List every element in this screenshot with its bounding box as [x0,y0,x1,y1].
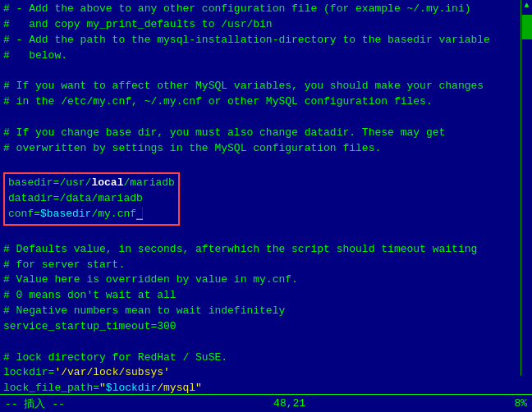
scroll-percentage: 8% [514,397,527,410]
line-12 [3,227,516,242]
editor-mode: -- 插入 -- [5,396,65,411]
datadir-line: datadir=/data/mariadb [8,191,175,207]
scroll-up-arrow[interactable]: ▲ [521,0,533,11]
scroll-thumb[interactable] [522,15,532,39]
line-9: # If you change base dir, you must also … [3,126,516,141]
line-19: # lock directory for RedHat / SuSE. [3,350,516,366]
content-area[interactable]: # - Add the above to any other configura… [0,0,532,394]
scrollbar[interactable]: ▲ [521,0,532,376]
line-15: # Value here is overridden by value in m… [3,272,516,288]
line-1: # - Add the above to any other configura… [3,2,516,17]
basedir-line: basedir=/usr/local/mariadb [8,176,175,191]
line-4: # below. [3,48,516,64]
main-content: # - Add the above to any other configura… [3,2,529,394]
line-6: # If you want to affect other MySQL vari… [3,79,516,94]
line-lockfile: lock_file_path="$lockdir/mysql" [3,381,516,394]
line-service-timeout: service_startup_timeout=300 [3,319,516,335]
line-5 [3,63,516,79]
line-14: # for server start. [3,258,516,273]
conf-line: conf=$basedir/my.cnf█ [8,207,175,222]
highlighted-block: basedir=/usr/local/mariadb datadir=/data… [3,172,180,226]
line-13: # Defaults value, in seconds, afterwhich… [3,242,516,258]
cursor-position: 48,21 [273,397,305,410]
line-18 [3,335,516,350]
line-8 [3,110,516,126]
line-16: # 0 means don't wait at all [3,288,516,304]
line-7: # in the /etc/my.cnf, ~/.my.cnf or other… [3,94,516,110]
line-17: # Negative numbers mean to wait indefini… [3,304,516,319]
editor-container: # - Add the above to any other configura… [0,0,532,412]
line-2: # and copy my_print_defaults to /usr/bin [3,17,516,33]
line-11 [3,156,516,172]
line-10: # overwritten by settings in the MySQL c… [3,141,516,157]
line-lockdir: lockdir='/var/lock/subsys' [3,365,516,381]
status-bar: -- 插入 -- 48,21 8% [0,394,532,412]
line-3: # - Add the path to the mysql-installati… [3,33,516,48]
